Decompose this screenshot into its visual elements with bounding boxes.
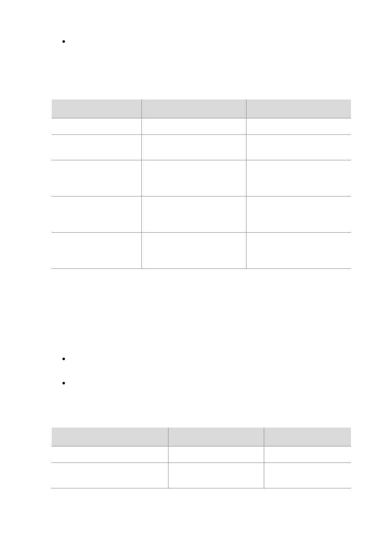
table-cell (246, 232, 351, 268)
table-row (52, 134, 351, 160)
table-header-row (52, 428, 351, 446)
table-header-cell (52, 99, 141, 118)
table-cell (246, 118, 351, 134)
table-cell (168, 446, 264, 462)
table-cell (141, 134, 246, 160)
table-row (52, 160, 351, 196)
table-cell (52, 446, 168, 462)
table-row (52, 232, 351, 268)
table-cell (141, 160, 246, 196)
table-cell (141, 232, 246, 268)
bullet-icon (62, 382, 65, 384)
table-cell (52, 462, 168, 488)
table-header-cell (264, 428, 351, 446)
table-row (52, 118, 351, 134)
table-cell (264, 446, 351, 462)
table-header-cell (168, 428, 264, 446)
table-cell (141, 118, 246, 134)
table-header-cell (246, 99, 351, 118)
table-header-cell (52, 428, 168, 446)
table-row (52, 446, 351, 462)
table-cell (168, 462, 264, 488)
table-cell (52, 232, 141, 268)
bullet-icon (62, 358, 65, 360)
table-cell (246, 160, 351, 196)
table-cell (52, 196, 141, 232)
table-cell (52, 160, 141, 196)
table-header-row (52, 99, 351, 118)
table-cell (52, 134, 141, 160)
table-cell (246, 134, 351, 160)
table-cell (246, 196, 351, 232)
table-header-cell (141, 99, 246, 118)
bullet-icon (62, 40, 65, 43)
table-cell (141, 196, 246, 232)
table-cell (264, 462, 351, 488)
table-2 (52, 428, 351, 488)
table-row (52, 462, 351, 488)
table-1 (52, 99, 351, 269)
table-row (52, 196, 351, 232)
table-cell (52, 118, 141, 134)
